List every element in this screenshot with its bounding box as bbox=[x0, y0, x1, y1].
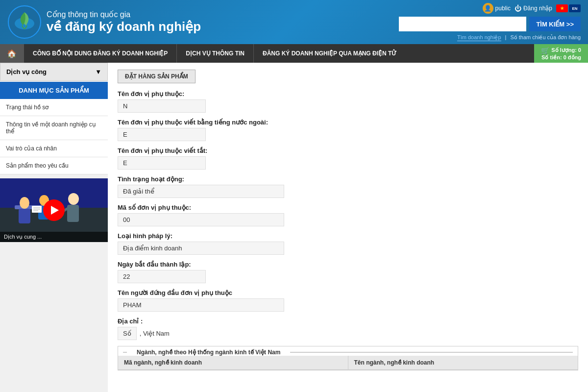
user-avatar-icon: 👤 bbox=[483, 3, 493, 14]
sidebar-item-thongtindoanh[interactable]: Thông tin về một doanh nghiệp cụ thể bbox=[0, 116, 108, 140]
svg-rect-14 bbox=[67, 205, 79, 222]
video-label: Dịch vụ cung ... bbox=[0, 232, 108, 242]
field-value-loai-hinh: Địa điểm kinh doanh bbox=[118, 242, 284, 255]
sidebar: Dịch vụ công ▼ DANH MỤC SẢN PHẨM Trạng t… bbox=[0, 63, 108, 392]
content-area: ĐẶT HÀNG SẢN PHẨM Tên đơn vị phụ thuộc: … bbox=[108, 63, 588, 392]
search-tab-reference[interactable]: Số tham chiếu của đơn hàng bbox=[510, 34, 581, 41]
field-value-ngay-thanh-lap: 22 bbox=[118, 270, 206, 283]
power-icon: ⏻ bbox=[514, 4, 521, 12]
field-label-ten-don-vi: Tên đơn vị phụ thuộc: bbox=[118, 90, 578, 98]
flag-en-icon[interactable]: EN bbox=[569, 4, 581, 12]
header-right: 👤 public ⏻ Đăng nhập ★ EN TÌM KIẾM >> Tì… bbox=[399, 3, 581, 41]
address-separator: , Việt Nam bbox=[140, 330, 170, 337]
login-label: Đăng nhập bbox=[523, 5, 552, 12]
search-tab-company[interactable]: Tìm doanh nghiệp bbox=[457, 34, 501, 41]
sidebar-item-vaitro[interactable]: Vai trò của cá nhân bbox=[0, 140, 108, 157]
top-bar-right: 👤 public ⏻ Đăng nhập ★ EN bbox=[483, 3, 581, 14]
nav-bar: 🏠 CÔNG BỐ NỘI DUNG ĐĂNG KÝ DOANH NGHIỆP … bbox=[0, 44, 588, 63]
nav-item-dangky[interactable]: ĐĂNG KÝ DOANH NGHIỆP QUA MẠNG ĐIỆN TỬ bbox=[253, 44, 405, 63]
address-so: Số bbox=[118, 327, 137, 340]
field-value-ten-viet-tat: E bbox=[118, 156, 206, 170]
svg-point-13 bbox=[68, 193, 79, 205]
field-value-ten-don-vi: N bbox=[118, 99, 206, 113]
cart-widget[interactable]: 🛒 Số lượng: 0 Số tiền: 0 đồng bbox=[534, 44, 588, 63]
language-switcher: ★ EN bbox=[556, 4, 581, 12]
field-ten-nuoc-ngoai: Tên đơn vị phụ thuộc viết bằng tiếng nướ… bbox=[118, 119, 578, 141]
nav-item-dichvu[interactable]: DỊCH VỤ THÔNG TIN bbox=[176, 44, 253, 63]
logo-area: Cổng thông tin quốc gia về đăng ký doanh… bbox=[7, 5, 201, 39]
video-play-button[interactable] bbox=[43, 199, 65, 221]
nganh-table-header: Mã ngành, nghề kinh doanh Tên ngành, ngh… bbox=[118, 356, 578, 370]
field-label-loai-hinh: Loại hình pháp lý: bbox=[118, 232, 578, 240]
logo-icon bbox=[7, 5, 42, 39]
dat-hang-button[interactable]: ĐẶT HÀNG SẢN PHẨM bbox=[118, 70, 196, 83]
login-button[interactable]: ⏻ Đăng nhập bbox=[514, 4, 552, 12]
cart-icon: 🛒 bbox=[541, 47, 549, 54]
content-scroll: ĐẶT HÀNG SẢN PHẨM Tên đơn vị phụ thuộc: … bbox=[118, 70, 578, 383]
field-label-nguoi-dung-dau: Tên người đứng đầu đơn vị phụ thuộc bbox=[118, 289, 578, 296]
field-dia-chi: Địa chỉ : Số , Việt Nam bbox=[118, 318, 578, 340]
cart-total-label: Số tiền: 0 đồng bbox=[541, 54, 581, 61]
field-ten-don-vi: Tên đơn vị phụ thuộc: N bbox=[118, 90, 578, 113]
site-title-top: Cổng thông tin quốc gia bbox=[47, 10, 201, 19]
sidebar-dropdown[interactable]: Dịch vụ công ▼ bbox=[0, 63, 108, 81]
field-nguoi-dung-dau: Tên người đứng đầu đơn vị phụ thuộc PHAM bbox=[118, 289, 578, 312]
header: Cổng thông tin quốc gia về đăng ký doanh… bbox=[0, 0, 588, 44]
field-value-tinh-trang: Đã giải thể bbox=[118, 185, 284, 198]
sidebar-item-sanpham[interactable]: Sản phẩm theo yêu cầu bbox=[0, 157, 108, 174]
username-label: public bbox=[495, 5, 511, 12]
field-label-ma-so: Mã số đơn vị phụ thuộc: bbox=[118, 204, 578, 211]
flag-vn-icon[interactable]: ★ bbox=[556, 4, 568, 12]
field-ten-viet-tat: Tên đơn vị phụ thuộc viết tắt: E bbox=[118, 147, 578, 170]
search-button[interactable]: TÌM KIẾM >> bbox=[529, 17, 581, 31]
search-tabs: Tìm doanh nghiệp | Số tham chiếu của đơn… bbox=[457, 34, 581, 41]
field-value-ma-so: 00 bbox=[118, 213, 284, 226]
video-bg: m bbox=[0, 178, 108, 242]
user-info: 👤 public bbox=[483, 3, 511, 14]
search-input[interactable] bbox=[399, 17, 526, 31]
field-label-ten-viet-tat: Tên đơn vị phụ thuộc viết tắt: bbox=[118, 147, 578, 154]
svg-rect-6 bbox=[19, 209, 30, 223]
cart-icon-wrap: 🛒 Số lượng: 0 bbox=[541, 47, 581, 54]
field-ma-so: Mã số đơn vị phụ thuộc: 00 bbox=[118, 204, 578, 226]
field-label-ngay-thanh-lap: Ngày bắt đầu thành lập: bbox=[118, 261, 578, 268]
field-tinh-trang: Tình trạng hoạt động: Đã giải thể bbox=[118, 175, 578, 198]
site-title: Cổng thông tin quốc gia về đăng ký doanh… bbox=[47, 10, 201, 34]
nganh-section-title: Ngành, nghề theo Hệ thống ngành kinh tế … bbox=[135, 349, 282, 356]
field-value-nguoi-dung-dau: PHAM bbox=[118, 298, 284, 312]
sidebar-item-trangthaiho[interactable]: Trạng thái hồ sơ bbox=[0, 99, 108, 116]
field-label-ten-nuoc-ngoai: Tên đơn vị phụ thuộc viết bằng tiếng nướ… bbox=[118, 119, 578, 126]
field-ngay-thanh-lap: Ngày bắt đầu thành lập: 22 bbox=[118, 261, 578, 283]
nganh-col-ten: Tên ngành, nghề kinh doanh bbox=[348, 356, 578, 369]
main-layout: Dịch vụ công ▼ DANH MỤC SẢN PHẨM Trạng t… bbox=[0, 63, 588, 392]
field-value-ten-nuoc-ngoai: E bbox=[118, 128, 206, 141]
sidebar-dropdown-label: Dịch vụ công bbox=[6, 68, 47, 75]
chevron-down-icon: ▼ bbox=[95, 68, 101, 75]
nganh-col-ma: Mã ngành, nghề kinh doanh bbox=[118, 356, 348, 369]
field-label-dia-chi: Địa chỉ : bbox=[118, 318, 578, 325]
nav-item-congbo[interactable]: CÔNG BỐ NỘI DUNG ĐĂNG KÝ DOANH NGHIỆP bbox=[24, 44, 176, 63]
site-title-bottom: về đăng ký doanh nghiệp bbox=[47, 19, 201, 34]
sidebar-menu-title: DANH MỤC SẢN PHẨM bbox=[0, 82, 108, 99]
svg-point-5 bbox=[20, 197, 29, 209]
nganh-section: Ngành, nghề theo Hệ thống ngành kinh tế … bbox=[118, 346, 578, 370]
field-loai-hinh: Loại hình pháp lý: Địa điểm kinh doanh bbox=[118, 232, 578, 255]
cart-quantity-label: Số lượng: 0 bbox=[551, 47, 581, 53]
address-row: Số , Việt Nam bbox=[118, 327, 578, 340]
video-thumbnail[interactable]: m bbox=[0, 178, 108, 242]
play-icon bbox=[51, 206, 59, 215]
search-row: TÌM KIẾM >> bbox=[399, 17, 581, 31]
nav-home-button[interactable]: 🏠 bbox=[0, 44, 24, 63]
field-label-tinh-trang: Tình trạng hoạt động: bbox=[118, 175, 578, 183]
